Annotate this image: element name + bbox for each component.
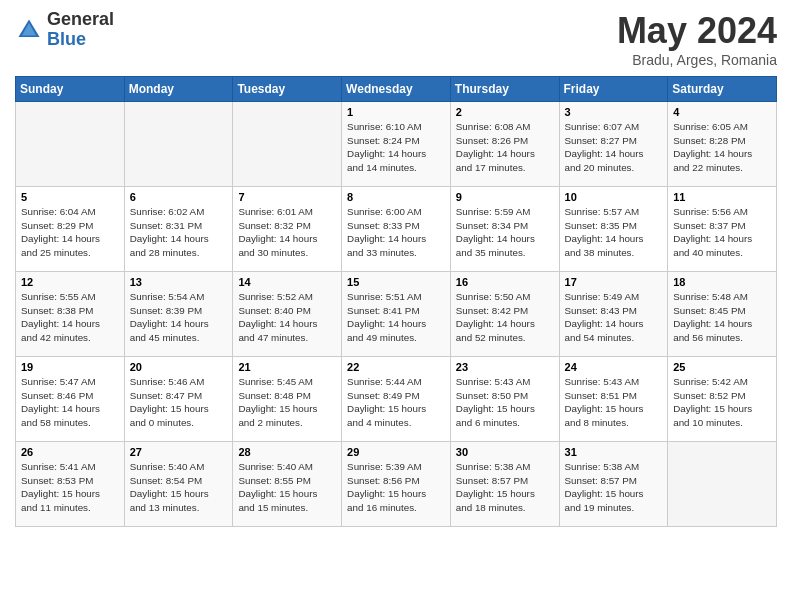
day-header-thursday: Thursday [450, 77, 559, 102]
calendar-cell: 25Sunrise: 5:42 AMSunset: 8:52 PMDayligh… [668, 357, 777, 442]
sunrise-text: Sunrise: 5:44 AM [347, 376, 422, 387]
calendar-cell: 13Sunrise: 5:54 AMSunset: 8:39 PMDayligh… [124, 272, 233, 357]
daylight-text: Daylight: 15 hours and 13 minutes. [130, 488, 209, 513]
day-info: Sunrise: 5:48 AMSunset: 8:45 PMDaylight:… [673, 290, 771, 345]
sunrise-text: Sunrise: 5:43 AM [456, 376, 531, 387]
daylight-text: Daylight: 14 hours and 56 minutes. [673, 318, 752, 343]
day-number: 26 [21, 446, 119, 458]
calendar-cell: 3Sunrise: 6:07 AMSunset: 8:27 PMDaylight… [559, 102, 668, 187]
calendar-cell: 5Sunrise: 6:04 AMSunset: 8:29 PMDaylight… [16, 187, 125, 272]
sunrise-text: Sunrise: 5:49 AM [565, 291, 640, 302]
calendar-cell [124, 102, 233, 187]
calendar-cell: 11Sunrise: 5:56 AMSunset: 8:37 PMDayligh… [668, 187, 777, 272]
sunset-text: Sunset: 8:53 PM [21, 475, 93, 486]
sunset-text: Sunset: 8:41 PM [347, 305, 419, 316]
day-info: Sunrise: 6:08 AMSunset: 8:26 PMDaylight:… [456, 120, 554, 175]
daylight-text: Daylight: 14 hours and 28 minutes. [130, 233, 209, 258]
calendar-cell: 29Sunrise: 5:39 AMSunset: 8:56 PMDayligh… [342, 442, 451, 527]
day-info: Sunrise: 5:52 AMSunset: 8:40 PMDaylight:… [238, 290, 336, 345]
daylight-text: Daylight: 15 hours and 8 minutes. [565, 403, 644, 428]
day-number: 28 [238, 446, 336, 458]
day-number: 7 [238, 191, 336, 203]
day-info: Sunrise: 5:47 AMSunset: 8:46 PMDaylight:… [21, 375, 119, 430]
sunrise-text: Sunrise: 5:54 AM [130, 291, 205, 302]
sunrise-text: Sunrise: 5:39 AM [347, 461, 422, 472]
calendar-cell: 6Sunrise: 6:02 AMSunset: 8:31 PMDaylight… [124, 187, 233, 272]
day-info: Sunrise: 6:07 AMSunset: 8:27 PMDaylight:… [565, 120, 663, 175]
sunset-text: Sunset: 8:35 PM [565, 220, 637, 231]
day-info: Sunrise: 6:10 AMSunset: 8:24 PMDaylight:… [347, 120, 445, 175]
sunrise-text: Sunrise: 5:59 AM [456, 206, 531, 217]
sunset-text: Sunset: 8:56 PM [347, 475, 419, 486]
sunset-text: Sunset: 8:49 PM [347, 390, 419, 401]
day-number: 15 [347, 276, 445, 288]
day-info: Sunrise: 5:49 AMSunset: 8:43 PMDaylight:… [565, 290, 663, 345]
daylight-text: Daylight: 14 hours and 52 minutes. [456, 318, 535, 343]
calendar-week-1: 1Sunrise: 6:10 AMSunset: 8:24 PMDaylight… [16, 102, 777, 187]
sunrise-text: Sunrise: 6:04 AM [21, 206, 96, 217]
calendar-cell: 30Sunrise: 5:38 AMSunset: 8:57 PMDayligh… [450, 442, 559, 527]
daylight-text: Daylight: 14 hours and 25 minutes. [21, 233, 100, 258]
day-number: 22 [347, 361, 445, 373]
calendar-cell: 2Sunrise: 6:08 AMSunset: 8:26 PMDaylight… [450, 102, 559, 187]
day-info: Sunrise: 5:59 AMSunset: 8:34 PMDaylight:… [456, 205, 554, 260]
day-header-tuesday: Tuesday [233, 77, 342, 102]
day-info: Sunrise: 5:41 AMSunset: 8:53 PMDaylight:… [21, 460, 119, 515]
sunset-text: Sunset: 8:29 PM [21, 220, 93, 231]
calendar-cell: 21Sunrise: 5:45 AMSunset: 8:48 PMDayligh… [233, 357, 342, 442]
sunrise-text: Sunrise: 6:00 AM [347, 206, 422, 217]
calendar-week-2: 5Sunrise: 6:04 AMSunset: 8:29 PMDaylight… [16, 187, 777, 272]
day-info: Sunrise: 5:38 AMSunset: 8:57 PMDaylight:… [456, 460, 554, 515]
day-number: 1 [347, 106, 445, 118]
day-info: Sunrise: 5:43 AMSunset: 8:51 PMDaylight:… [565, 375, 663, 430]
day-info: Sunrise: 5:56 AMSunset: 8:37 PMDaylight:… [673, 205, 771, 260]
sunset-text: Sunset: 8:34 PM [456, 220, 528, 231]
sunset-text: Sunset: 8:42 PM [456, 305, 528, 316]
daylight-text: Daylight: 14 hours and 40 minutes. [673, 233, 752, 258]
daylight-text: Daylight: 15 hours and 19 minutes. [565, 488, 644, 513]
calendar-cell [16, 102, 125, 187]
sunset-text: Sunset: 8:55 PM [238, 475, 310, 486]
day-info: Sunrise: 6:00 AMSunset: 8:33 PMDaylight:… [347, 205, 445, 260]
daylight-text: Daylight: 15 hours and 16 minutes. [347, 488, 426, 513]
calendar-cell: 15Sunrise: 5:51 AMSunset: 8:41 PMDayligh… [342, 272, 451, 357]
day-info: Sunrise: 5:38 AMSunset: 8:57 PMDaylight:… [565, 460, 663, 515]
calendar-cell: 8Sunrise: 6:00 AMSunset: 8:33 PMDaylight… [342, 187, 451, 272]
daylight-text: Daylight: 15 hours and 4 minutes. [347, 403, 426, 428]
sunrise-text: Sunrise: 6:02 AM [130, 206, 205, 217]
calendar-cell: 7Sunrise: 6:01 AMSunset: 8:32 PMDaylight… [233, 187, 342, 272]
days-header-row: SundayMondayTuesdayWednesdayThursdayFrid… [16, 77, 777, 102]
sunset-text: Sunset: 8:57 PM [456, 475, 528, 486]
sunrise-text: Sunrise: 5:38 AM [456, 461, 531, 472]
day-header-monday: Monday [124, 77, 233, 102]
day-number: 12 [21, 276, 119, 288]
sunset-text: Sunset: 8:39 PM [130, 305, 202, 316]
daylight-text: Daylight: 14 hours and 35 minutes. [456, 233, 535, 258]
daylight-text: Daylight: 14 hours and 49 minutes. [347, 318, 426, 343]
sunrise-text: Sunrise: 5:56 AM [673, 206, 748, 217]
sunrise-text: Sunrise: 5:45 AM [238, 376, 313, 387]
daylight-text: Daylight: 14 hours and 14 minutes. [347, 148, 426, 173]
day-number: 11 [673, 191, 771, 203]
calendar-cell: 16Sunrise: 5:50 AMSunset: 8:42 PMDayligh… [450, 272, 559, 357]
sunset-text: Sunset: 8:52 PM [673, 390, 745, 401]
calendar-cell: 20Sunrise: 5:46 AMSunset: 8:47 PMDayligh… [124, 357, 233, 442]
sunrise-text: Sunrise: 5:40 AM [130, 461, 205, 472]
day-number: 21 [238, 361, 336, 373]
day-info: Sunrise: 5:40 AMSunset: 8:55 PMDaylight:… [238, 460, 336, 515]
calendar-cell: 19Sunrise: 5:47 AMSunset: 8:46 PMDayligh… [16, 357, 125, 442]
day-number: 6 [130, 191, 228, 203]
location: Bradu, Arges, Romania [617, 52, 777, 68]
sunrise-text: Sunrise: 6:10 AM [347, 121, 422, 132]
day-number: 3 [565, 106, 663, 118]
day-number: 17 [565, 276, 663, 288]
logo-icon [15, 16, 43, 44]
daylight-text: Daylight: 14 hours and 42 minutes. [21, 318, 100, 343]
day-info: Sunrise: 5:57 AMSunset: 8:35 PMDaylight:… [565, 205, 663, 260]
day-number: 5 [21, 191, 119, 203]
sunset-text: Sunset: 8:33 PM [347, 220, 419, 231]
sunset-text: Sunset: 8:32 PM [238, 220, 310, 231]
day-info: Sunrise: 6:02 AMSunset: 8:31 PMDaylight:… [130, 205, 228, 260]
day-info: Sunrise: 5:46 AMSunset: 8:47 PMDaylight:… [130, 375, 228, 430]
logo-general: General [47, 10, 114, 30]
